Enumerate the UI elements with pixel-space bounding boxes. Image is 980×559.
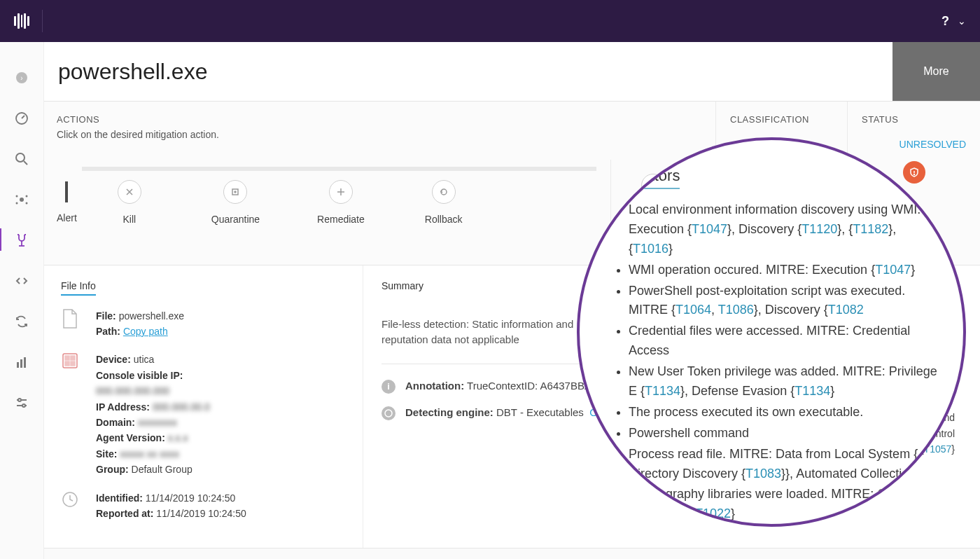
annotation-label: Annotation:: [405, 380, 464, 392]
divider: [382, 364, 606, 364]
help-icon[interactable]: ?: [941, 14, 949, 29]
engine-icon: [382, 406, 396, 420]
mitre-link[interactable]: T1016: [633, 242, 668, 256]
mitre-link[interactable]: T1134: [794, 384, 830, 398]
svg-point-1: [16, 153, 24, 162]
copy-path-link[interactable]: Copy path: [123, 326, 168, 337]
mitre-link[interactable]: T1083: [746, 467, 781, 481]
action-alert-label: Alert: [57, 212, 77, 223]
reports-icon[interactable]: [14, 354, 29, 370]
settings-icon[interactable]: [14, 395, 29, 410]
reported-label: Reported at:: [96, 508, 153, 519]
actions-subtext: Click on the desired mitigation action.: [57, 129, 694, 140]
path-label: Path:: [96, 326, 120, 337]
detect-label: Detecting engine:: [405, 406, 493, 418]
action-quarantine[interactable]: Quarantine: [211, 180, 260, 225]
indicator-item: New User Token privilege was added. MITR…: [629, 362, 941, 401]
endpoint-network-accordion[interactable]: ▶ ENDPOINT NETWORK CONNECTION: [44, 548, 980, 559]
refresh-icon[interactable]: [14, 314, 29, 329]
indicator-item: PowerShell post-exploitation script was …: [629, 282, 941, 321]
svg-point-3: [16, 195, 18, 198]
group-label: Group:: [96, 464, 129, 475]
svg-rect-8: [20, 359, 22, 368]
svg-point-5: [16, 202, 18, 205]
svg-point-6: [26, 202, 28, 205]
analyze-icon[interactable]: [14, 233, 29, 248]
agent-value-redacted: x.x.x: [168, 432, 188, 443]
site-value-redacted: xxxxx xx xxxx: [120, 448, 179, 460]
mitre-link[interactable]: T1064: [676, 303, 711, 317]
header: powershell.exe More: [44, 42, 980, 102]
file-info-title: File Info: [61, 280, 96, 296]
action-quarantine-label: Quarantine: [211, 214, 260, 225]
mitre-link[interactable]: T1047: [692, 222, 727, 236]
identified-value: 11/14/2019 10:24:50: [146, 492, 235, 504]
indicator-item: The process executed its own executable.: [629, 403, 941, 422]
file-label: File:: [96, 310, 116, 322]
site-label: Site:: [96, 448, 117, 460]
mitre-link[interactable]: T1086: [718, 303, 754, 317]
sidebar-collapse-icon[interactable]: ›: [14, 70, 29, 85]
indicator-item: Process read file. MITRE: Data from Loca…: [629, 445, 941, 484]
action-remediate[interactable]: Remediate: [317, 180, 365, 225]
device-label: Device:: [96, 354, 131, 365]
console-ip-value-redacted: 000.000.000.000: [96, 383, 210, 399]
summary-title: Summary: [382, 280, 424, 294]
mitre-link[interactable]: T1120: [802, 222, 837, 236]
device-icon: [61, 352, 83, 374]
action-rollback-label: Rollback: [425, 214, 463, 225]
action-alert[interactable]: Alert: [57, 181, 77, 223]
search-icon[interactable]: [14, 151, 29, 167]
mitre-link[interactable]: T1047: [875, 263, 911, 277]
divider: [42, 10, 43, 32]
actions-label: ACTIONS: [57, 114, 694, 125]
chevron-down-icon[interactable]: ⌄: [958, 15, 966, 27]
status-label: STATUS: [862, 114, 966, 125]
identified-label: Identified:: [96, 492, 143, 504]
file-info-panel: File Info File: powershell.exe Path: Cop…: [44, 265, 363, 548]
svg-rect-16: [65, 356, 69, 360]
topbar: ? ⌄: [0, 0, 980, 42]
detect-value: DBT - Executables: [496, 406, 584, 418]
mitre-link[interactable]: T1182: [853, 222, 888, 236]
ip-value-redacted: 000.000.00.0: [153, 401, 210, 413]
indicator-item: Credential files were accessed. MITRE: C…: [629, 322, 941, 361]
mitre-link[interactable]: T1134: [645, 384, 680, 398]
info-icon: i: [382, 380, 396, 394]
shield-icon: [903, 161, 925, 184]
summary-body: File-less detection: Static information …: [382, 317, 606, 348]
agent-label: Agent Version:: [96, 432, 165, 443]
group-value: Default Group: [132, 464, 192, 475]
console-ip-label: Console visible IP:: [96, 370, 183, 381]
svg-point-2: [20, 198, 24, 202]
mitre-link[interactable]: T1082: [828, 303, 864, 317]
indicator-item: Local environment information discovery …: [629, 200, 941, 259]
dashboard-icon[interactable]: [14, 111, 29, 126]
svg-point-21: [385, 410, 392, 417]
action-kill[interactable]: Kill: [118, 180, 141, 225]
code-icon[interactable]: [14, 273, 29, 289]
svg-point-13: [234, 191, 236, 193]
action-remediate-label: Remediate: [317, 214, 365, 225]
clock-icon: [61, 490, 83, 513]
indicators-magnifier: Indicators Local environment information…: [577, 137, 966, 527]
status-value: UNRESOLVED: [862, 139, 966, 150]
svg-rect-9: [24, 357, 26, 368]
action-kill-label: Kill: [122, 214, 136, 225]
file-value: powershell.exe: [119, 310, 184, 322]
svg-rect-7: [17, 362, 19, 368]
svg-point-14: [913, 174, 914, 175]
classification-label: CLASSIFICATION: [730, 114, 833, 125]
svg-rect-17: [71, 356, 75, 360]
domain-label: Domain:: [96, 417, 135, 428]
action-rollback[interactable]: Rollback: [425, 180, 463, 225]
ip-label: IP Address:: [96, 401, 150, 413]
sidebar: ›: [0, 42, 44, 559]
network-icon[interactable]: [14, 192, 29, 207]
svg-rect-18: [65, 361, 69, 366]
file-icon: [61, 308, 83, 331]
svg-point-4: [26, 195, 28, 198]
action-track-line: [82, 167, 596, 171]
more-button[interactable]: More: [892, 42, 980, 101]
indicator-item: WMI operation occured. MITRE: Execution …: [629, 261, 941, 280]
